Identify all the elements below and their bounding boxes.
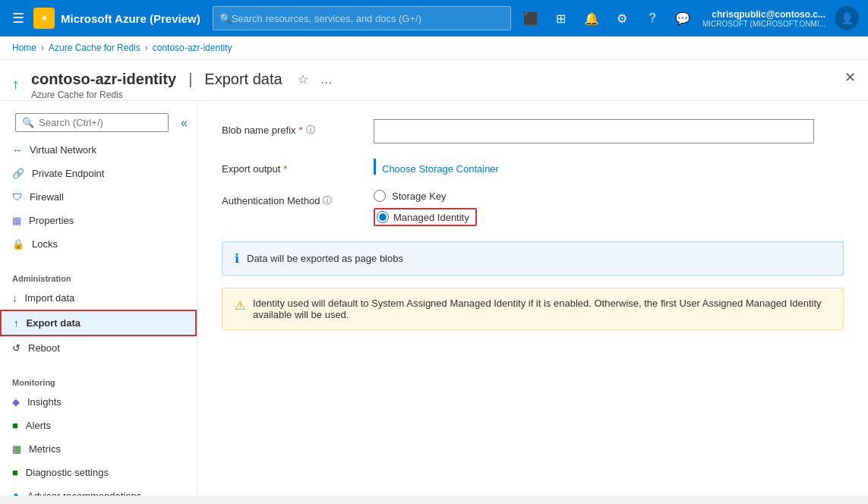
warning-banner-text: Identity used will default to System Ass… bbox=[253, 298, 831, 320]
auth-method-row: Authentication Method ⓘ Storage Key Mana… bbox=[222, 190, 844, 226]
main-layout: 🔍 « ↔ Virtual Network 🔗 Private Endpoint… bbox=[0, 101, 868, 496]
export-output-required: * bbox=[283, 163, 287, 175]
sidebar-label-diagnostic-settings: Diagnostic settings bbox=[26, 467, 109, 478]
resource-subtitle: Azure Cache for Redis bbox=[31, 90, 336, 100]
sidebar-item-insights[interactable]: ◆ Insights bbox=[0, 390, 197, 414]
sidebar-item-private-endpoint[interactable]: 🔗 Private Endpoint bbox=[0, 162, 197, 185]
breadcrumb: Home › Azure Cache for Redis › contoso-a… bbox=[0, 36, 868, 60]
storage-key-label: Storage Key bbox=[392, 191, 447, 202]
warning-icon: ⚠ bbox=[235, 298, 245, 313]
sidebar-search[interactable]: 🔍 bbox=[15, 113, 169, 132]
favorite-icon[interactable]: ☆ bbox=[295, 69, 311, 90]
metrics-icon: ▦ bbox=[12, 443, 21, 455]
sidebar-label-export-data: Export data bbox=[27, 317, 81, 329]
sidebar-item-alerts[interactable]: ■ Alerts bbox=[0, 414, 197, 437]
resource-name: contoso-azr-identity bbox=[31, 71, 176, 88]
sidebar-label-alerts: Alerts bbox=[26, 420, 51, 431]
breadcrumb-service[interactable]: Azure Cache for Redis bbox=[49, 43, 140, 53]
help-icon[interactable]: ? bbox=[639, 5, 666, 32]
blob-prefix-input[interactable] bbox=[374, 119, 814, 143]
auth-method-label: Authentication Method ⓘ bbox=[222, 190, 374, 207]
breadcrumb-sep-1: › bbox=[41, 43, 44, 53]
info-banner: ℹ Data will be exported as page blobs bbox=[222, 241, 844, 276]
content-area: Blob name prefix * ⓘ Export output * Cho… bbox=[197, 101, 868, 496]
sidebar-label-locks: Locks bbox=[32, 238, 58, 250]
sidebar-search-input[interactable] bbox=[39, 117, 162, 128]
topbar: ☰ ☀ Microsoft Azure (Preview) 🔍 ⬛ ⊞ 🔔 ⚙ … bbox=[0, 0, 868, 36]
panel-name: Export data bbox=[204, 71, 282, 88]
notifications-icon[interactable]: 🔔 bbox=[578, 5, 605, 32]
sidebar-item-virtual-network[interactable]: ↔ Virtual Network bbox=[0, 138, 197, 162]
auth-radio-group: Storage Key Managed Identity bbox=[374, 190, 844, 226]
sidebar-label-metrics: Metrics bbox=[29, 443, 61, 455]
sidebar: 🔍 « ↔ Virtual Network 🔗 Private Endpoint… bbox=[0, 101, 197, 496]
user-tenant: MICROSOFT (MICROSOFT.ONMI... bbox=[702, 20, 825, 28]
hamburger-menu[interactable]: ☰ bbox=[9, 7, 27, 30]
sidebar-item-diagnostic-settings[interactable]: ■ Diagnostic settings bbox=[0, 461, 197, 484]
sidebar-item-advisor[interactable]: ◆ Advisor recommendations bbox=[0, 484, 197, 496]
blob-prefix-control bbox=[374, 119, 844, 143]
topbar-icons: ⬛ ⊞ 🔔 ⚙ ? 💬 chrisqpublic@contoso.c... MI… bbox=[517, 5, 859, 32]
sidebar-item-reboot[interactable]: ↺ Reboot bbox=[0, 336, 197, 360]
sidebar-label-insights: Insights bbox=[27, 396, 62, 408]
endpoint-icon: 🔗 bbox=[12, 168, 24, 179]
section-monitoring: Monitoring bbox=[0, 366, 197, 390]
blob-prefix-info-icon[interactable]: ⓘ bbox=[306, 124, 315, 137]
breadcrumb-home[interactable]: Home bbox=[12, 43, 36, 53]
sidebar-item-export-data[interactable]: ↑ Export data bbox=[0, 310, 197, 336]
global-search[interactable]: 🔍 bbox=[213, 6, 511, 30]
warning-banner: ⚠ Identity used will default to System A… bbox=[222, 288, 844, 330]
sidebar-item-firewall[interactable]: 🛡 Firewall bbox=[0, 185, 197, 209]
import-icon: ↓ bbox=[12, 292, 17, 304]
auth-method-control: Storage Key Managed Identity bbox=[374, 190, 844, 226]
sidebar-item-metrics[interactable]: ▦ Metrics bbox=[0, 437, 197, 461]
back-button[interactable]: ↑ bbox=[12, 77, 19, 93]
feedback-icon[interactable]: 💬 bbox=[669, 5, 696, 32]
user-name: chrisqpublic@contoso.c... bbox=[712, 9, 825, 20]
settings-icon[interactable]: ⚙ bbox=[608, 5, 636, 32]
breadcrumb-sep-2: › bbox=[145, 43, 148, 53]
blob-prefix-row: Blob name prefix * ⓘ bbox=[222, 119, 844, 143]
section-administration: Administration bbox=[0, 262, 197, 286]
info-banner-icon: ℹ bbox=[235, 251, 239, 266]
sidebar-label-firewall: Firewall bbox=[30, 191, 64, 203]
properties-icon: ▦ bbox=[12, 215, 21, 226]
close-button[interactable]: ✕ bbox=[844, 69, 856, 86]
sidebar-item-properties[interactable]: ▦ Properties bbox=[0, 209, 197, 232]
sidebar-label-reboot: Reboot bbox=[28, 342, 60, 354]
sidebar-label-properties: Properties bbox=[29, 215, 74, 226]
sidebar-label-private-endpoint: Private Endpoint bbox=[32, 168, 104, 179]
auth-method-info-icon[interactable]: ⓘ bbox=[323, 194, 332, 207]
user-profile[interactable]: chrisqpublic@contoso.c... MICROSOFT (MIC… bbox=[702, 9, 825, 28]
sidebar-label-advisor: Advisor recommendations bbox=[27, 490, 141, 496]
user-avatar[interactable]: 👤 bbox=[835, 6, 859, 30]
blob-prefix-label: Blob name prefix * ⓘ bbox=[222, 119, 374, 137]
radio-storage-key[interactable]: Storage Key bbox=[374, 190, 844, 202]
sidebar-search-icon: 🔍 bbox=[22, 117, 34, 128]
info-banner-text: Data will be exported as page blobs bbox=[247, 253, 403, 264]
sidebar-label-import-data: Import data bbox=[25, 292, 75, 304]
reboot-icon: ↺ bbox=[12, 342, 21, 354]
app-title: Microsoft Azure (Preview) bbox=[61, 12, 200, 25]
choose-storage-link[interactable]: Choose Storage Container bbox=[374, 159, 499, 175]
managed-identity-radio[interactable] bbox=[377, 211, 389, 223]
more-options-icon[interactable]: … bbox=[317, 70, 336, 90]
export-icon: ↑ bbox=[14, 317, 19, 329]
cloud-shell-icon[interactable]: ⬛ bbox=[517, 5, 544, 32]
sidebar-item-import-data[interactable]: ↓ Import data bbox=[0, 286, 197, 310]
storage-key-radio[interactable] bbox=[374, 190, 386, 202]
sidebar-collapse-button[interactable]: « bbox=[178, 113, 191, 133]
diag-icon: ■ bbox=[12, 467, 18, 478]
radio-managed-identity[interactable]: Managed Identity bbox=[374, 208, 844, 226]
insights-icon: ◆ bbox=[12, 396, 20, 408]
search-icon: 🔍 bbox=[219, 13, 232, 24]
sidebar-item-locks[interactable]: 🔒 Locks bbox=[0, 232, 197, 256]
export-panel: Blob name prefix * ⓘ Export output * Cho… bbox=[197, 101, 868, 496]
export-output-row: Export output * Choose Storage Container bbox=[222, 159, 844, 175]
search-input[interactable] bbox=[232, 13, 504, 24]
header-separator: | bbox=[188, 71, 192, 88]
export-output-label: Export output * bbox=[222, 159, 374, 175]
export-output-control: Choose Storage Container bbox=[374, 159, 844, 175]
portal-menu-icon[interactable]: ⊞ bbox=[548, 5, 575, 32]
breadcrumb-resource[interactable]: contoso-azr-identity bbox=[153, 43, 232, 53]
